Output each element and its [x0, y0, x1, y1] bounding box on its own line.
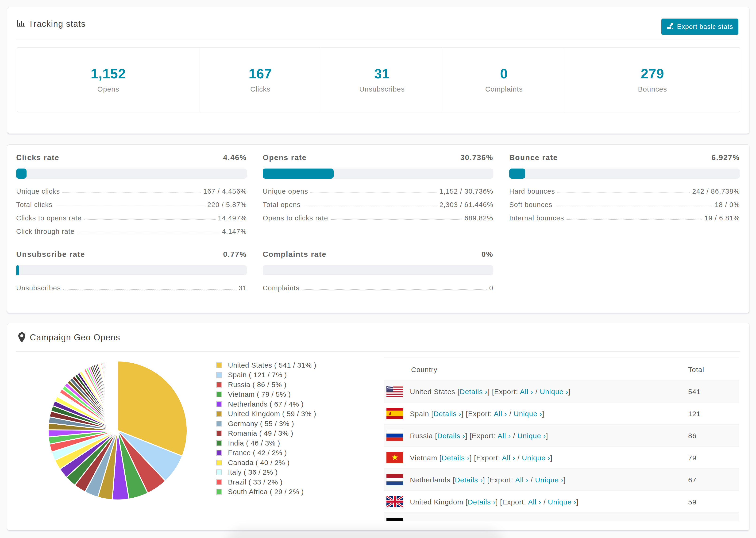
- legend-swatch: [216, 392, 222, 397]
- export-all-link[interactable]: All ›: [528, 498, 541, 506]
- detail-value: 18 / 0%: [715, 201, 740, 209]
- opens-rate-value: 30.736%: [460, 153, 493, 162]
- legend-label: Netherlands ( 67 / 4% ): [228, 400, 303, 408]
- legend-label: Canada ( 40 / 2% ): [228, 459, 290, 467]
- legend-item: Vietnam ( 79 / 5% ): [216, 390, 316, 400]
- stat-complaints: 0Complaints: [443, 48, 565, 112]
- export-all-link[interactable]: All ›: [515, 476, 528, 484]
- export-all-link[interactable]: All ›: [505, 520, 519, 521]
- de-flag-icon: [387, 518, 404, 521]
- legend-swatch: [216, 402, 222, 407]
- unsubscribe-rate-value: 0.77%: [223, 249, 247, 259]
- details-link[interactable]: Details ›: [442, 454, 469, 462]
- export-unique-link[interactable]: Unique ›: [535, 476, 564, 484]
- details-link[interactable]: Details ›: [445, 520, 473, 521]
- legend-item: South Africa ( 29 / 2% ): [216, 487, 316, 497]
- detail-label: Opens to clicks rate: [263, 214, 328, 222]
- legend-label: Spain ( 121 / 7% ): [228, 371, 287, 379]
- legend-item: Netherlands ( 67 / 4% ): [216, 399, 316, 409]
- export-all-link[interactable]: All ›: [498, 432, 511, 440]
- details-link[interactable]: Details ›: [433, 410, 461, 418]
- legend-item: India ( 46 / 3% ): [216, 438, 316, 448]
- legend-item: Italy ( 36 / 2% ): [216, 467, 316, 477]
- bounce-rate-progress-fill: [509, 169, 525, 179]
- complaints-rate-row: Complaints0: [263, 282, 493, 295]
- geo-row-total: 541: [688, 388, 701, 396]
- geo-row-ru: Russia [Details ›] [Export: All › / Uniq…: [384, 424, 739, 446]
- legend-swatch: [216, 460, 222, 465]
- details-link[interactable]: Details ›: [468, 498, 496, 506]
- detail-value: 242 / 86.738%: [692, 188, 740, 195]
- legend-swatch: [216, 362, 222, 368]
- export-all-link[interactable]: All ›: [502, 454, 515, 462]
- stat-label: Clicks: [200, 85, 321, 93]
- export-icon: [667, 22, 674, 31]
- export-unique-link[interactable]: Unique ›: [522, 454, 550, 462]
- detail-value: 19 / 6.81%: [704, 214, 740, 222]
- geo-table-header: CountryTotal: [384, 358, 739, 380]
- opens-rate-row: Opens to clicks rate689.82%: [263, 211, 493, 225]
- geo-row-text: Germany [Details ›] [Export: All › / Uni…: [410, 520, 556, 521]
- export-unique-link[interactable]: Unique ›: [514, 410, 542, 418]
- bounce-rate-row: Soft bounces18 / 0%: [509, 198, 740, 211]
- export-unique-link[interactable]: Unique ›: [540, 388, 568, 396]
- legend-swatch: [216, 430, 222, 436]
- geo-row-total: 79: [688, 454, 696, 462]
- detail-label: Internal bounces: [509, 214, 564, 222]
- export-all-link[interactable]: All ›: [494, 410, 507, 418]
- detail-label: Total clicks: [16, 201, 53, 209]
- rates-card: Clicks rate4.46%Unique clicks167 / 4.456…: [7, 144, 749, 313]
- dotted-leader: [557, 190, 690, 193]
- detail-label: Soft bounces: [509, 201, 553, 209]
- legend-swatch: [216, 372, 222, 378]
- export-unique-link[interactable]: Unique ›: [548, 498, 576, 506]
- export-basic-stats-button[interactable]: Export basic stats: [661, 19, 738, 35]
- country-name: Netherlands: [410, 476, 451, 484]
- detail-label: Total opens: [263, 201, 301, 209]
- stat-label: Opens: [17, 85, 199, 93]
- legend-label: Vietnam ( 79 / 5% ): [228, 390, 291, 398]
- geo-row-total: 121: [688, 410, 701, 418]
- geo-row-text: Spain [Details ›] [Export: All › / Uniqu…: [410, 410, 544, 418]
- opens-rate-progress-bar: [263, 169, 493, 179]
- country-name: United Kingdom: [410, 498, 463, 506]
- unsubscribe-rate-row: Unsubscribes31: [16, 282, 247, 295]
- detail-value: 1,152 / 30.736%: [440, 188, 493, 195]
- legend-label: Romania ( 49 / 3% ): [228, 429, 293, 437]
- export-all-link[interactable]: All ›: [520, 388, 533, 396]
- geo-header-divider: [16, 351, 740, 352]
- details-link[interactable]: Details ›: [437, 432, 465, 440]
- campaign-geo-opens-card: Campaign Geo Opens United States ( 541 /…: [7, 323, 749, 530]
- dotted-leader: [331, 217, 462, 220]
- dotted-leader: [555, 203, 713, 206]
- details-link[interactable]: Details ›: [460, 388, 488, 396]
- dotted-leader: [84, 217, 216, 220]
- legend-label: Italy ( 36 / 2% ): [228, 468, 278, 476]
- clicks-rate-row: Unique clicks167 / 4.456%: [16, 185, 247, 198]
- geo-row-text: Netherlands [Details ›] [Export: All › /…: [410, 476, 566, 484]
- bar-chart-icon: [17, 19, 26, 29]
- detail-value: 689.82%: [464, 214, 493, 222]
- bounce-rate-progress-bar: [509, 169, 740, 179]
- clicks-rate-row: Total clicks220 / 5.87%: [16, 198, 247, 211]
- opens-rate-row: Total opens2,303 / 61.446%: [263, 198, 493, 211]
- details-link[interactable]: Details ›: [455, 476, 483, 484]
- complaints-rate-value: 0%: [482, 249, 493, 259]
- country-name: Vietnam: [410, 454, 437, 462]
- legend-label: France ( 42 / 2% ): [228, 449, 287, 457]
- geo-row-total: 59: [688, 498, 696, 506]
- bounce-rate-value: 6.927%: [711, 153, 740, 162]
- export-unique-link[interactable]: Unique ›: [525, 520, 554, 521]
- export-unique-link[interactable]: Unique ›: [517, 432, 546, 440]
- legend-item: Brazil ( 33 / 2% ): [216, 477, 316, 487]
- tracking-stats-title: Tracking stats: [28, 19, 86, 29]
- legend-label: Russia ( 86 / 5% ): [228, 381, 287, 389]
- legend-item: Canada ( 40 / 2% ): [216, 458, 316, 467]
- dotted-leader: [567, 217, 702, 220]
- detail-label: Unsubscribes: [16, 284, 61, 292]
- legend-label: South Africa ( 29 / 2% ): [228, 488, 304, 496]
- detail-value: 167 / 4.456%: [203, 188, 247, 195]
- dotted-leader: [63, 287, 236, 290]
- legend-label: United Kingdom ( 59 / 3% ): [228, 410, 316, 418]
- unsubscribe-rate-progress-fill: [16, 265, 19, 275]
